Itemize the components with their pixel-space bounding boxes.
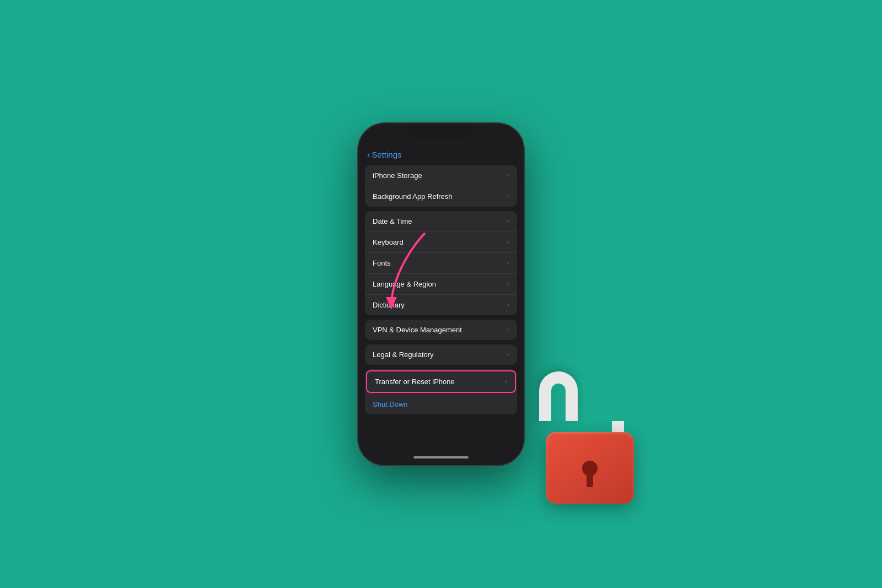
scene: ‹ Settings iPhone Storage › Background A… (248, 74, 634, 515)
iphone-screen: ‹ Settings iPhone Storage › Background A… (358, 123, 524, 465)
list-item[interactable]: Language & Region › (365, 274, 517, 295)
list-item[interactable]: iPhone Storage › (365, 165, 517, 186)
keyhole-circle (582, 461, 598, 476)
item-label: Background App Refresh (373, 192, 453, 201)
chevron-right-icon: › (507, 326, 509, 333)
settings-group-5: Transfer or Reset iPhone › Shut Down (365, 369, 517, 414)
iphone: ‹ Settings iPhone Storage › Background A… (358, 123, 524, 465)
list-item[interactable]: Dictionary › (365, 295, 517, 315)
list-item[interactable]: VPN & Device Management › (365, 320, 517, 340)
item-label: Fonts (373, 259, 391, 267)
chevron-right-icon: › (507, 301, 509, 309)
settings-list: iPhone Storage › Background App Refresh … (358, 165, 524, 453)
transfer-reset-item[interactable]: Transfer or Reset iPhone › (366, 370, 516, 393)
back-label[interactable]: Settings (372, 150, 401, 159)
settings-group-3: VPN & Device Management › (365, 320, 517, 340)
shut-down-label: Shut Down (373, 400, 408, 408)
item-label: VPN & Device Management (373, 326, 462, 334)
item-label: Language & Region (373, 280, 436, 288)
chevron-right-icon: › (507, 217, 509, 225)
list-item[interactable]: Background App Refresh › (365, 186, 517, 207)
list-item[interactable]: Keyboard › (365, 232, 517, 253)
list-item[interactable]: Legal & Regulatory › (365, 344, 517, 365)
chevron-right-icon: › (507, 238, 509, 246)
keyhole (582, 461, 598, 487)
back-button[interactable]: ‹ Settings (367, 150, 402, 160)
chevron-right-icon: › (507, 280, 509, 288)
item-label: iPhone Storage (373, 171, 422, 180)
iphone-notch (408, 123, 474, 139)
settings-group-4: Legal & Regulatory › (365, 344, 517, 365)
shut-down-item[interactable]: Shut Down (365, 394, 517, 414)
lock-body (546, 432, 634, 504)
home-indicator (413, 456, 469, 458)
item-label: Dictionary (373, 301, 405, 309)
chevron-right-icon: › (507, 192, 509, 200)
settings-group-2: Date & Time › Keyboard › Fonts › Langu (365, 211, 517, 315)
chevron-right-icon: › (507, 171, 509, 179)
chevron-right-icon: › (507, 350, 509, 358)
list-item[interactable]: Fonts › (365, 253, 517, 274)
screen-header: ‹ Settings (358, 145, 524, 165)
list-item[interactable]: Date & Time › (365, 211, 517, 232)
settings-group-1: iPhone Storage › Background App Refresh … (365, 165, 517, 207)
item-label: Legal & Regulatory (373, 350, 434, 359)
transfer-reset-label: Transfer or Reset iPhone (375, 377, 455, 386)
padlock (529, 366, 650, 504)
back-chevron-icon: ‹ (367, 150, 370, 160)
item-label: Keyboard (373, 238, 404, 246)
lock-shackle (539, 371, 578, 421)
keyhole-slot (587, 475, 593, 487)
screen-content: ‹ Settings iPhone Storage › Background A… (358, 123, 524, 465)
chevron-right-icon: › (507, 259, 509, 267)
item-label: Date & Time (373, 217, 412, 225)
chevron-right-icon: › (505, 377, 507, 385)
